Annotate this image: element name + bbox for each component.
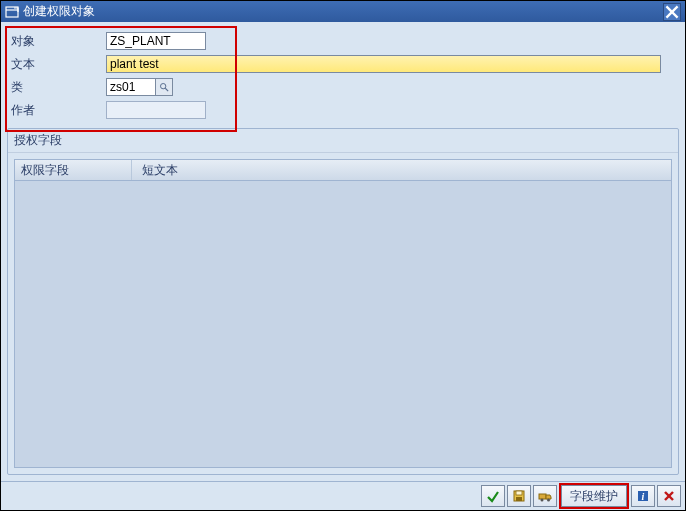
column-header-shorttext: 短文本 xyxy=(132,162,671,179)
svg-rect-7 xyxy=(516,491,522,495)
svg-point-12 xyxy=(547,499,550,502)
dialog-body: 对象 文本 类 作者 授权字段 xyxy=(1,22,685,481)
group-auth-fields: 授权字段 权限字段 短文本 xyxy=(7,128,679,475)
check-icon xyxy=(486,489,500,503)
field-maintenance-label: 字段维护 xyxy=(570,488,618,505)
svg-rect-9 xyxy=(539,494,546,499)
svg-marker-10 xyxy=(546,495,551,499)
transport-button[interactable] xyxy=(533,485,557,507)
info-button[interactable]: i xyxy=(631,485,655,507)
dialog-window: 创建权限对象 对象 文本 类 作者 xyxy=(0,0,686,511)
svg-rect-8 xyxy=(516,497,522,501)
label-text: 文本 xyxy=(7,56,106,73)
cancel-icon xyxy=(662,489,676,503)
save-icon xyxy=(512,489,526,503)
svg-line-5 xyxy=(165,88,168,91)
close-button[interactable] xyxy=(663,3,681,21)
field-maintenance-button[interactable]: 字段维护 xyxy=(561,485,627,507)
titlebar: 创建权限对象 xyxy=(1,1,685,22)
label-class: 类 xyxy=(7,79,106,96)
cancel-button[interactable] xyxy=(657,485,681,507)
svg-point-11 xyxy=(541,499,544,502)
truck-icon xyxy=(538,489,552,503)
input-object[interactable] xyxy=(106,32,206,50)
search-help-button[interactable] xyxy=(155,78,173,96)
label-object: 对象 xyxy=(7,33,106,50)
annotation-highlight-footer: 字段维护 xyxy=(559,483,629,509)
column-header-field: 权限字段 xyxy=(15,160,132,180)
svg-point-4 xyxy=(161,84,166,89)
sap-window-icon xyxy=(5,5,19,19)
label-author: 作者 xyxy=(7,102,106,119)
group-title: 授权字段 xyxy=(8,129,678,153)
table-header-row: 权限字段 短文本 xyxy=(15,160,671,181)
input-author xyxy=(106,101,206,119)
field-table: 权限字段 短文本 xyxy=(14,159,672,468)
footer-toolbar: 字段维护 i xyxy=(1,481,685,510)
svg-text:i: i xyxy=(642,491,645,502)
info-icon: i xyxy=(636,489,650,503)
close-icon xyxy=(665,5,679,19)
ok-button[interactable] xyxy=(481,485,505,507)
form-area: 对象 文本 类 作者 xyxy=(7,28,679,128)
save-button[interactable] xyxy=(507,485,531,507)
input-class[interactable] xyxy=(106,78,156,96)
dialog-title: 创建权限对象 xyxy=(23,3,663,20)
input-text[interactable] xyxy=(106,55,661,73)
search-help-icon xyxy=(159,82,169,92)
